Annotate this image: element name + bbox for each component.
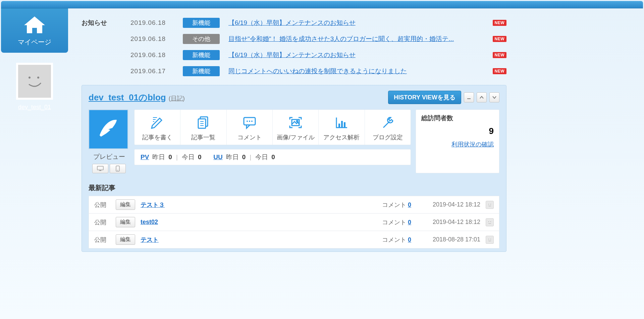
article-date: 2019-04-12 18:12 <box>417 201 480 208</box>
svg-rect-15 <box>338 124 340 128</box>
announcement-date: 2019.06.18 <box>130 19 174 27</box>
article-title-link[interactable]: テスト３ <box>141 201 377 209</box>
article-comment-count[interactable]: 0 <box>408 219 411 226</box>
svg-point-0 <box>29 77 31 79</box>
uu-today-value: 0 <box>271 153 275 161</box>
latest-articles: 最新記事 公開 編集 テスト３ コメント 0 2019-04-12 18:12 … <box>82 179 506 252</box>
action-label: 画像/ファイル <box>277 133 315 141</box>
profile-block: dev_test_01 <box>1 59 68 119</box>
visitor-count: 9 <box>421 126 494 136</box>
article-face-icon[interactable] <box>486 201 494 209</box>
pv-today-label: 今日 <box>182 153 195 162</box>
mypage-label: マイページ <box>1 38 68 47</box>
feather-icon <box>95 116 122 143</box>
blog-subtitle-link[interactable]: 日記 <box>171 95 183 102</box>
svg-point-12 <box>251 121 253 122</box>
pencil-icon <box>150 115 165 131</box>
minimize-button[interactable] <box>464 92 474 102</box>
comments-button[interactable]: コメント <box>227 110 273 145</box>
comment-icon <box>242 115 257 131</box>
usage-status-link[interactable]: 利用状況の確認 <box>421 140 494 148</box>
preview-label: プレビュー <box>89 152 129 161</box>
uu-link[interactable]: UU <box>213 153 222 161</box>
action-label: 記事一覧 <box>191 133 215 141</box>
middle-column: 記事を書く 記事一覧 コメント 画像/ファイル <box>134 109 411 173</box>
announcements-heading: お知らせ <box>82 18 122 27</box>
announcement-link[interactable]: 目指せ"令和婚"！ 婚活を成功させた3人のブロガーに聞く、超実用的・婚活テ... <box>228 35 484 43</box>
article-comment: コメント 0 <box>382 201 411 209</box>
action-label: アクセス解析 <box>323 133 360 141</box>
article-status: 公開 <box>94 236 110 244</box>
mypage-button[interactable]: マイページ <box>1 8 68 53</box>
write-post-tile[interactable] <box>89 109 128 149</box>
article-comment: コメント 0 <box>382 236 411 244</box>
action-label: コメント <box>237 133 262 141</box>
announcement-date: 2019.06.18 <box>130 51 174 59</box>
svg-point-18 <box>488 204 489 204</box>
collapse-up-button[interactable] <box>477 92 487 102</box>
post-list-button[interactable]: 記事一覧 <box>180 110 226 145</box>
action-label: 記事を書く <box>142 133 172 141</box>
svg-rect-17 <box>344 122 345 128</box>
desktop-preview-button[interactable] <box>92 164 108 173</box>
article-face-icon[interactable] <box>486 218 494 226</box>
write-post-button[interactable]: 記事を書く <box>135 110 180 145</box>
blog-body: プレビュー 記事を書く 記事一覧 <box>82 104 506 179</box>
mobile-preview-button[interactable] <box>110 164 126 173</box>
pv-link[interactable]: PV <box>141 153 149 161</box>
article-comment-count[interactable]: 0 <box>408 236 411 243</box>
svg-point-10 <box>247 121 248 122</box>
edit-button[interactable]: 編集 <box>116 217 135 227</box>
new-badge: NEW <box>493 52 507 58</box>
announcement-link[interactable]: 【6/19（水）早朝】メンテナンスのお知らせ <box>228 18 484 27</box>
mobile-icon <box>115 166 120 172</box>
uu-yesterday-value: 0 <box>242 153 246 161</box>
latest-title: 最新記事 <box>89 183 499 192</box>
svg-point-20 <box>488 221 489 222</box>
avatar[interactable] <box>16 63 53 100</box>
announcement-link[interactable]: 【6/19（水）早朝】メンテナンスのお知らせ <box>228 51 484 59</box>
article-comment: コメント 0 <box>382 218 411 226</box>
blog-header: dev_test_01のblog (日記) HISTORY VIEWを見る <box>82 85 506 104</box>
new-badge: NEW <box>493 68 507 74</box>
action-row: 記事を書く 記事一覧 コメント 画像/ファイル <box>134 109 411 145</box>
collapse-down-button[interactable] <box>489 92 499 102</box>
history-view-button[interactable]: HISTORY VIEWを見る <box>388 91 461 104</box>
username-link[interactable]: dev_test_01 <box>18 104 51 110</box>
media-button[interactable]: 画像/ファイル <box>273 110 319 145</box>
announcement-badge: 新機能 <box>183 66 220 76</box>
pv-today-value: 0 <box>198 153 202 161</box>
home-icon <box>23 16 46 34</box>
article-row: 公開 編集 テスト コメント 0 2018-08-28 17:01 <box>89 231 499 248</box>
wrench-icon <box>380 115 395 131</box>
svg-rect-4 <box>99 170 101 171</box>
pv-yesterday-label: 昨日 <box>152 153 165 162</box>
chevron-up-icon <box>479 95 484 100</box>
chart-icon <box>334 115 349 131</box>
analytics-button[interactable]: アクセス解析 <box>319 110 365 145</box>
blog-settings-button[interactable]: ブログ設定 <box>365 110 411 145</box>
blog-title-link[interactable]: dev_test_01のblog <box>89 92 166 103</box>
visitor-title: 総訪問者数 <box>421 114 494 123</box>
svg-point-6 <box>117 170 118 171</box>
preview-column: プレビュー <box>89 109 129 173</box>
article-date: 2019-04-12 18:12 <box>417 219 480 226</box>
svg-point-22 <box>488 239 489 239</box>
article-face-icon[interactable] <box>486 236 494 244</box>
desktop-icon <box>97 166 104 172</box>
edit-button[interactable]: 編集 <box>116 234 135 245</box>
pv-yesterday-value: 0 <box>168 153 172 161</box>
article-title-link[interactable]: テスト <box>141 236 377 244</box>
top-bar <box>1 1 643 8</box>
svg-rect-3 <box>97 166 103 170</box>
edit-button[interactable]: 編集 <box>116 199 135 210</box>
announcement-link[interactable]: 同じコメントへのいいねの連投を制限できるようになりました <box>228 67 484 76</box>
article-comment-count[interactable]: 0 <box>408 201 411 208</box>
announcement-row: 2019.06.17 新機能 同じコメントへのいいねの連投を制限できるようになり… <box>82 66 506 76</box>
announcement-date: 2019.06.17 <box>130 67 174 75</box>
svg-point-21 <box>490 221 491 222</box>
announcement-row: 2019.06.18 新機能 【6/19（水）早朝】メンテナンスのお知らせ NE… <box>82 50 506 60</box>
documents-icon <box>196 115 211 131</box>
chevron-down-icon <box>492 95 497 100</box>
article-title-link[interactable]: test02 <box>141 219 377 226</box>
